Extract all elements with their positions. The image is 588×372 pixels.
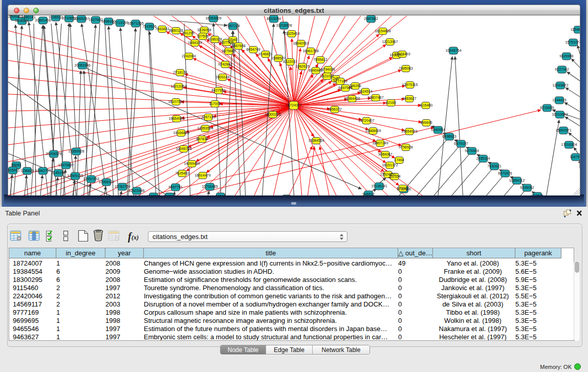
svg-text:924505: 924505: [163, 194, 175, 195]
svg-text:16961758: 16961758: [302, 49, 318, 53]
svg-text:924505: 924505: [531, 194, 543, 195]
svg-text:2935114: 2935114: [476, 157, 490, 160]
svg-text:16599402: 16599402: [8, 15, 23, 18]
svg-text:9146821: 9146821: [258, 52, 272, 56]
svg-text:16053809: 16053809: [205, 16, 221, 20]
svg-text:12923446: 12923446: [128, 189, 144, 192]
svg-text:13325419: 13325419: [284, 32, 299, 35]
svg-text:8471676: 8471676: [498, 171, 512, 175]
svg-text:6879197: 6879197: [454, 142, 468, 145]
svg-text:10648764: 10648764: [445, 49, 461, 52]
svg-text:1588520: 1588520: [271, 56, 285, 60]
svg-text:9457791: 9457791: [168, 185, 182, 189]
svg-text:6794028: 6794028: [321, 68, 335, 71]
svg-text:16511: 16511: [216, 194, 226, 195]
svg-text:19218506: 19218506: [276, 24, 292, 27]
svg-text:10958107: 10958107: [98, 180, 114, 184]
svg-text:10046726: 10046726: [176, 147, 191, 150]
svg-text:16154838: 16154838: [375, 29, 390, 33]
svg-text:20891406: 20891406: [35, 18, 51, 22]
svg-text:85081: 85081: [11, 163, 21, 167]
svg-text:8860128: 8860128: [169, 29, 183, 32]
svg-text:2867608: 2867608: [231, 44, 245, 48]
svg-text:8427552: 8427552: [211, 89, 225, 92]
svg-text:18914479: 18914479: [194, 173, 210, 177]
svg-text:2242004: 2242004: [182, 54, 195, 58]
svg-text:9474444: 9474444: [465, 149, 478, 152]
svg-text:1405571: 1405571: [15, 19, 29, 23]
svg-text:9084067: 9084067: [378, 152, 392, 156]
svg-text:7515526: 7515526: [142, 25, 156, 28]
svg-text:12942757: 12942757: [35, 169, 51, 172]
svg-text:1527602: 1527602: [89, 18, 102, 21]
svg-text:7625402: 7625402: [175, 171, 189, 175]
svg-text:7485063: 7485063: [399, 67, 412, 70]
svg-text:16782759: 16782759: [114, 185, 130, 188]
svg-text:8215955: 8215955: [540, 106, 554, 110]
svg-text:15692971: 15692971: [555, 128, 571, 132]
svg-text:18724007: 18724007: [286, 103, 301, 107]
svg-text:17957253: 17957253: [83, 177, 99, 181]
svg-text:3226058: 3226058: [197, 28, 211, 32]
svg-text:11548408: 11548408: [571, 28, 580, 31]
svg-text:18640910: 18640910: [293, 41, 309, 45]
svg-text:7632621: 7632621: [487, 164, 501, 168]
svg-text:2087682: 2087682: [364, 17, 378, 20]
svg-text:19654923: 19654923: [401, 129, 417, 133]
svg-text:12213967: 12213967: [382, 40, 398, 43]
svg-text:16671355: 16671355: [127, 21, 143, 25]
svg-text:20206576: 20206576: [46, 152, 61, 156]
svg-text:15716485: 15716485: [202, 185, 217, 188]
svg-text:18807249: 18807249: [372, 141, 388, 145]
svg-text:899695: 899695: [420, 121, 432, 124]
svg-text:14099489: 14099489: [184, 162, 200, 165]
svg-text:1292344: 1292344: [146, 194, 160, 195]
svg-text:18300275: 18300275: [265, 113, 280, 116]
svg-text:9756928: 9756928: [399, 145, 412, 149]
svg-text:15720407: 15720407: [358, 119, 374, 122]
svg-text:10807467: 10807467: [367, 96, 383, 99]
svg-text:7955812: 7955812: [313, 58, 327, 61]
svg-text:16107554: 16107554: [168, 100, 184, 103]
svg-text:10719155: 10719155: [112, 21, 128, 25]
svg-text:3915911: 3915911: [8, 168, 19, 172]
svg-text:62160: 62160: [386, 101, 396, 104]
svg-text:10688609: 10688609: [365, 129, 381, 133]
svg-text:19166825: 19166825: [173, 131, 189, 135]
svg-text:10655287: 10655287: [73, 17, 89, 20]
svg-text:173342: 173342: [397, 186, 408, 190]
svg-text:252354: 252354: [388, 174, 400, 178]
svg-text:17359928: 17359928: [68, 149, 84, 153]
svg-text:3875685: 3875685: [222, 49, 235, 53]
svg-text:3267130: 3267130: [201, 115, 215, 119]
svg-text:12213363: 12213363: [170, 84, 186, 88]
svg-text:13975867: 13975867: [58, 163, 74, 167]
svg-text:1145194: 1145194: [52, 171, 66, 174]
svg-text:887834: 887834: [196, 137, 208, 141]
svg-text:20364436: 20364436: [344, 97, 360, 100]
svg-text:2718176: 2718176: [173, 71, 187, 74]
svg-text:1244415: 1244415: [552, 98, 566, 102]
svg-text:2546: 2546: [229, 38, 237, 41]
svg-text:16151372: 16151372: [382, 163, 398, 167]
svg-text:891295: 891295: [182, 31, 194, 35]
svg-text:2803144: 2803144: [215, 75, 229, 79]
svg-text:15751074: 15751074: [565, 40, 580, 44]
svg-text:3624514: 3624514: [358, 90, 372, 93]
svg-text:945512: 945512: [362, 192, 374, 195]
svg-text:8813054: 8813054: [267, 17, 280, 20]
svg-text:17016504: 17016504: [561, 143, 577, 146]
svg-text:9245052: 9245052: [520, 186, 534, 189]
svg-text:9242843: 9242843: [218, 62, 232, 66]
svg-text:116753: 116753: [570, 155, 580, 159]
svg-text:1654339: 1654339: [188, 41, 202, 45]
svg-text:117005: 117005: [209, 102, 221, 105]
svg-text:7663822: 7663822: [155, 27, 169, 31]
svg-text:1362615: 1362615: [295, 64, 309, 68]
svg-text:12505135: 12505135: [67, 174, 83, 178]
svg-text:9463627: 9463627: [402, 97, 416, 100]
svg-text:7856372: 7856372: [328, 107, 341, 111]
svg-text:2089141: 2089141: [21, 15, 35, 19]
svg-text:9106532: 9106532: [49, 15, 62, 19]
svg-text:327506: 327506: [197, 34, 208, 38]
